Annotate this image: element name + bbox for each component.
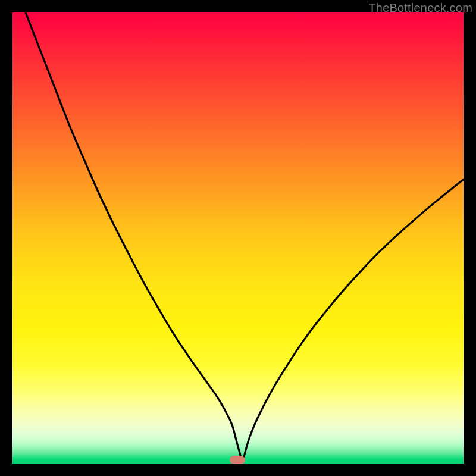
plot-area	[12, 12, 464, 464]
optimal-marker	[230, 456, 245, 464]
chart-stage: TheBottleneck.com	[0, 0, 476, 476]
bottleneck-curve	[12, 12, 464, 464]
